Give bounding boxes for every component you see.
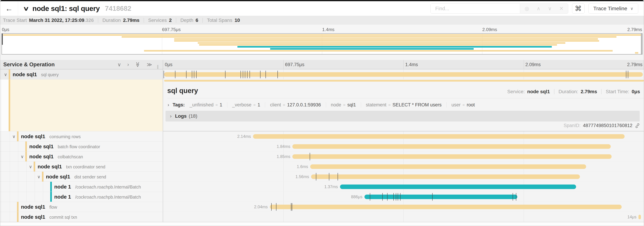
equals-sign: = xyxy=(253,103,256,107)
span-tree-item[interactable]: node sql1batch flow coordinator xyxy=(0,141,163,151)
span-timeline-cell[interactable]: 1.84ms xyxy=(163,141,644,151)
tag-item[interactable]: node=sql1 xyxy=(331,102,356,108)
log-marker xyxy=(225,71,226,78)
find-clear-icon[interactable]: ✕ xyxy=(559,6,564,12)
find-input[interactable] xyxy=(431,4,520,13)
chevron-down-icon[interactable]: ∨ xyxy=(29,164,32,169)
service-name: node sql1 xyxy=(13,72,37,77)
root-span-row-holder: ∨node sql1sql query xyxy=(0,69,644,80)
log-marker xyxy=(370,193,370,201)
span-bar[interactable] xyxy=(292,144,610,149)
expand-one-icon[interactable]: › xyxy=(128,62,129,68)
viewport-drag-handle-right[interactable] xyxy=(641,34,642,54)
find-prev-icon[interactable]: ∧ xyxy=(537,6,540,12)
tree-controls: ∨ › ≫ ≫ xyxy=(117,62,152,68)
span-tree-item[interactable]: node 1/cockroach.roachpb.Internal/Batch xyxy=(0,192,163,202)
page-title: node sql1: sql query xyxy=(32,5,100,13)
span-timeline-cell[interactable] xyxy=(163,69,644,80)
span-id-row: SpanID: 4877749850101760812 xyxy=(564,123,640,128)
span-duration-label: 1.37ms xyxy=(324,184,340,189)
equals-sign: = xyxy=(462,103,465,107)
log-marker xyxy=(382,193,383,201)
chevron-down-icon[interactable]: ∨ xyxy=(20,154,24,159)
expand-all-icon[interactable]: ≫ xyxy=(147,62,152,68)
span-bar[interactable] xyxy=(638,215,641,219)
ruler-tick-label: 1.4ms xyxy=(322,27,334,32)
view-selector-button[interactable]: Trace Timeline ∨ xyxy=(588,4,638,14)
span-bar[interactable] xyxy=(270,205,622,209)
span-bar[interactable] xyxy=(310,164,586,169)
find-next-icon[interactable]: ∨ xyxy=(548,6,552,12)
span-tree-item[interactable]: node sql1commit sql txn xyxy=(0,212,163,222)
span-labels: node sql1colbatchscan xyxy=(29,154,83,159)
tag-item[interactable]: user=root xyxy=(452,102,475,108)
log-marker xyxy=(329,173,329,180)
operation-name: commit sql txn xyxy=(50,215,77,220)
span-tree-item[interactable]: ∨node sql1consuming rows xyxy=(0,131,163,141)
chevron-down-icon[interactable]: ∨ xyxy=(12,134,16,139)
indent-guide xyxy=(18,192,18,202)
log-marker xyxy=(292,203,292,211)
keyboard-shortcuts-button[interactable]: ⌘ xyxy=(572,4,584,14)
collapse-trace-chevron-icon[interactable]: ∨ xyxy=(23,5,29,12)
span-tree-item[interactable]: ∨node sql1txn coordinator send xyxy=(0,162,163,172)
minimap-canvas[interactable] xyxy=(2,33,642,55)
separator xyxy=(361,102,361,107)
span-tree-item[interactable]: ∨node sql1sql query xyxy=(0,69,163,80)
span-timeline-cell[interactable]: 1.56ms xyxy=(163,172,644,182)
viewport-drag-handle-left[interactable] xyxy=(2,34,3,45)
tags-accordion[interactable]: › Tags: _unfinished=1_verbose=1client=12… xyxy=(168,101,475,109)
indent-guide xyxy=(1,151,1,161)
span-bar[interactable] xyxy=(292,154,612,159)
tag-item[interactable]: statement=SELECT * FROM users xyxy=(366,102,442,108)
span-bar[interactable] xyxy=(253,134,624,139)
span-labels: node 1/cockroach.roachpb.Internal/Batch xyxy=(54,184,141,190)
indent-guide xyxy=(10,182,10,192)
logs-count: (18) xyxy=(189,113,198,119)
span-bar[interactable] xyxy=(340,184,576,189)
logs-accordion[interactable]: › Logs (18) xyxy=(166,111,640,121)
indent-guide xyxy=(26,192,26,202)
span-timeline-cell[interactable]: 14μs xyxy=(163,212,644,222)
span-tree-item[interactable]: node 1/cockroach.roachpb.Internal/Batch xyxy=(0,182,163,192)
span-tree-item[interactable]: ∨node sql1dist sender send xyxy=(0,172,163,182)
span-timeline-cell[interactable]: 2.14ms xyxy=(163,131,644,141)
minimap-span-row xyxy=(2,38,642,40)
span-bar[interactable] xyxy=(311,174,580,179)
indent-guide xyxy=(26,162,26,171)
trace-view-window: ← ∨ node sql1: sql query 7418682 ◎ ∧ ∨ ✕… xyxy=(0,0,644,226)
chevron-down-icon[interactable]: ∨ xyxy=(37,174,40,179)
span-timeline-cell[interactable]: 1.6ms xyxy=(163,162,644,172)
service-label: Service: xyxy=(507,89,525,94)
operation-name: batch flow coordinator xyxy=(58,144,100,149)
indent-guide xyxy=(1,202,1,212)
collapse-one-icon[interactable]: ∨ xyxy=(117,62,121,68)
collapse-all-icon[interactable]: ≫ xyxy=(135,62,141,67)
summary-label: Duration xyxy=(102,18,121,23)
equals-sign: = xyxy=(343,103,346,107)
tag-item[interactable]: _unfinished=1 xyxy=(190,102,222,108)
summary-value: 2 xyxy=(169,18,172,23)
selected-span-bar[interactable] xyxy=(164,80,644,82)
span-bar[interactable] xyxy=(164,72,643,77)
tag-item[interactable]: client=127.0.0.1:59936 xyxy=(270,102,321,108)
service-operation-label: Service & Operation xyxy=(3,62,54,68)
chevron-down-icon[interactable]: ∨ xyxy=(4,72,7,77)
operation-name: flow xyxy=(50,205,57,210)
span-timeline-cell[interactable]: 2.04ms xyxy=(163,202,644,212)
span-tree-item[interactable]: node sql1flow xyxy=(0,202,163,212)
equals-sign: = xyxy=(216,103,218,107)
span-timeline-cell[interactable]: 886μs xyxy=(163,192,644,202)
indent-guide xyxy=(43,192,43,202)
minimap-span-bar xyxy=(635,52,638,54)
column-resize-handle[interactable]: ∥ xyxy=(157,64,160,69)
span-timeline-cell[interactable]: 1.37ms xyxy=(163,182,644,192)
span-id-label: SpanID: xyxy=(564,123,580,128)
span-timeline-cell[interactable]: 1.85ms xyxy=(163,151,644,162)
find-target-icon[interactable]: ◎ xyxy=(524,6,529,12)
tag-item[interactable]: _verbose=1 xyxy=(232,102,260,108)
link-icon[interactable] xyxy=(635,123,640,128)
span-tree-item[interactable]: ∨node sql1colbatchscan xyxy=(0,151,163,162)
back-button[interactable]: ← xyxy=(0,1,18,16)
ruler-tick-label: 697.75μs xyxy=(162,27,181,32)
